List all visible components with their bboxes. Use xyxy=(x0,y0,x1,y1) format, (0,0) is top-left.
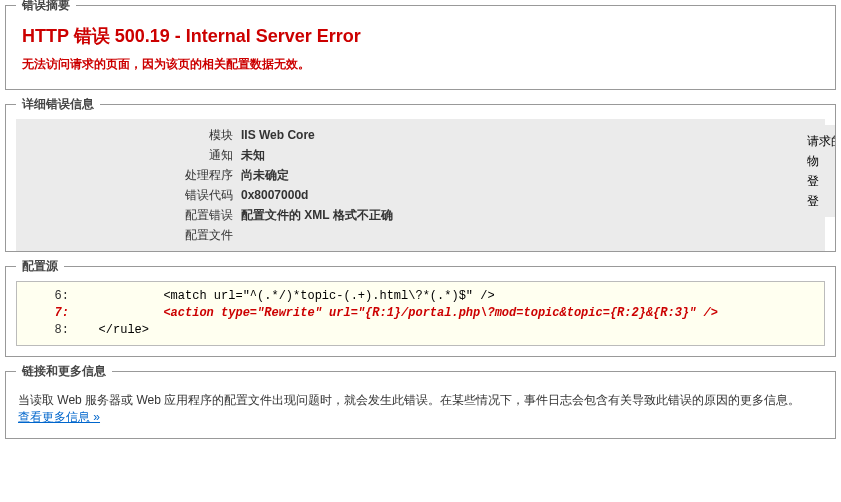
config-source-code: 6: <match url="^(.*/)*topic-(.+).html\?*… xyxy=(16,281,825,346)
links-title: 链接和更多信息 xyxy=(16,363,112,380)
config-lineno: 8: xyxy=(27,322,77,339)
config-source-title: 配置源 xyxy=(16,258,64,275)
detail-label: 处理程序 xyxy=(16,165,241,185)
error-title: HTTP 错误 500.19 - Internal Server Error xyxy=(22,24,825,48)
detail-value: 尚未确定 xyxy=(241,165,825,185)
detail-label: 通知 xyxy=(16,145,241,165)
detail-row: 配置文件 xyxy=(16,225,825,245)
detail-right-label: 登 xyxy=(807,171,833,191)
error-details-title: 详细错误信息 xyxy=(16,96,100,113)
detail-row: 模块IIS Web Core xyxy=(16,125,825,145)
detail-right-label: 物 xyxy=(807,151,833,171)
detail-row: 配置错误配置文件的 XML 格式不正确 xyxy=(16,205,825,225)
detail-right-label: 请求的 xyxy=(807,131,833,151)
error-subtitle: 无法访问请求的页面，因为该页的相关配置数据无效。 xyxy=(22,56,825,73)
config-source-section: 配置源 6: <match url="^(.*/)*topic-(.+).htm… xyxy=(5,266,836,357)
error-details-right: 请求的物登登 xyxy=(805,125,835,217)
detail-value xyxy=(241,225,825,245)
detail-row: 错误代码0x8007000d xyxy=(16,185,825,205)
config-line: 7: <action type="Rewrite" url="{R:1}/por… xyxy=(27,305,814,322)
detail-right-label: 登 xyxy=(807,191,833,211)
detail-label: 配置文件 xyxy=(16,225,241,245)
detail-label: 模块 xyxy=(16,125,241,145)
links-section: 链接和更多信息 当读取 Web 服务器或 Web 应用程序的配置文件出现问题时，… xyxy=(5,371,836,439)
links-text: 当读取 Web 服务器或 Web 应用程序的配置文件出现问题时，就会发生此错误。… xyxy=(18,393,800,407)
config-line: 8: </rule> xyxy=(27,322,814,339)
config-lineno: 7: xyxy=(27,305,77,322)
detail-label: 配置错误 xyxy=(16,205,241,225)
config-code: <action type="Rewrite" url="{R:1}/portal… xyxy=(77,305,718,322)
error-details-section: 详细错误信息 模块IIS Web Core通知未知处理程序尚未确定错误代码0x8… xyxy=(5,104,836,252)
error-summary-section: 错误摘要 HTTP 错误 500.19 - Internal Server Er… xyxy=(5,5,836,90)
config-code: <match url="^(.*/)*topic-(.+).html\?*(.*… xyxy=(77,288,495,305)
config-lineno: 6: xyxy=(27,288,77,305)
detail-value: 配置文件的 XML 格式不正确 xyxy=(241,205,825,225)
detail-value: 0x8007000d xyxy=(241,185,825,205)
error-summary-title: 错误摘要 xyxy=(16,0,76,14)
detail-row: 通知未知 xyxy=(16,145,825,165)
error-details-table: 模块IIS Web Core通知未知处理程序尚未确定错误代码0x8007000d… xyxy=(16,119,825,251)
detail-value: 未知 xyxy=(241,145,825,165)
detail-label: 错误代码 xyxy=(16,185,241,205)
more-info-link[interactable]: 查看更多信息 » xyxy=(18,410,100,424)
config-line: 6: <match url="^(.*/)*topic-(.+).html\?*… xyxy=(27,288,814,305)
config-code: </rule> xyxy=(77,322,149,339)
detail-row: 处理程序尚未确定 xyxy=(16,165,825,185)
detail-value: IIS Web Core xyxy=(241,125,825,145)
